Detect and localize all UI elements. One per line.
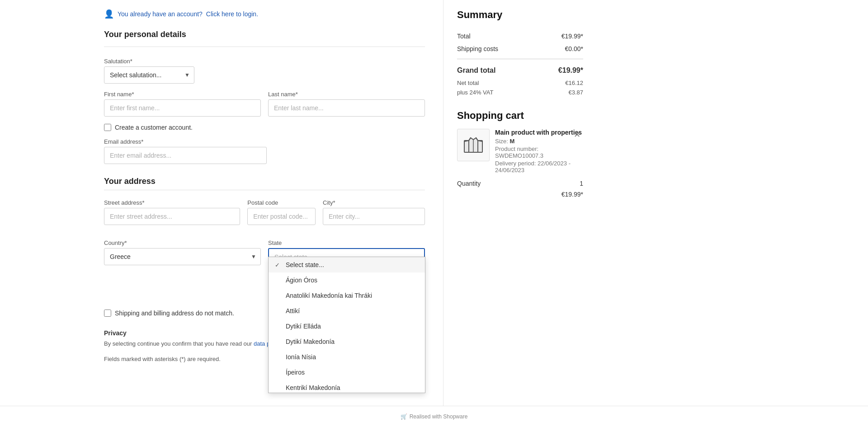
login-link[interactable]: Click here to login. [206, 10, 258, 18]
personal-details-title: Your personal details [104, 30, 425, 39]
state-option-dytiki-ellada[interactable]: Dytikí Elláda [269, 319, 425, 334]
size-label: Size: [495, 138, 508, 145]
delivery-label: Delivery period: [495, 160, 536, 167]
net-total-value: €16.12 [565, 80, 583, 86]
svg-rect-0 [464, 141, 469, 152]
privacy-text-content: By selecting continue you confirm that y… [104, 340, 252, 347]
country-select[interactable]: Greece Germany France [104, 248, 261, 265]
shopware-badge: 🛒 Realised with Shopware [401, 413, 468, 420]
first-name-label: First name* [104, 91, 261, 98]
product-number-value: SWDEMO10007.3 [495, 152, 543, 159]
city-group: City* [323, 199, 425, 225]
state-dropdown: ✓ Select state... Ágion Óros Anatolikí M… [268, 257, 425, 393]
state-group: State Select state... ✓ Select state... [268, 239, 425, 266]
total-value: €19.99* [561, 33, 583, 40]
postal-input[interactable] [247, 208, 316, 225]
billing-diff-checkbox[interactable] [104, 310, 111, 317]
street-group: Street address* [104, 199, 240, 225]
state-option-anatoliki[interactable]: Anatolikí Makedonía kai Thráki [269, 288, 425, 303]
state-option-label-attiki: Attikí [286, 307, 300, 314]
shopware-icon: 🛒 [401, 413, 407, 420]
grand-total-value: €19.99* [558, 66, 583, 75]
last-name-label: Last name* [268, 91, 425, 98]
country-group: Country* Greece Germany France ▼ [104, 239, 261, 265]
quantity-value: 1 [580, 180, 583, 187]
cart-item-product-number: Product number: SWDEMO10007.3 [495, 145, 583, 159]
billing-diff-label: Shipping and billing address do not matc… [115, 310, 234, 317]
shipping-row: Shipping costs €0.00* [457, 42, 583, 55]
postal-group: Postal code [247, 199, 316, 225]
jacket-icon [462, 134, 484, 156]
check-icon-empty5 [275, 338, 282, 345]
cart-item-price: €19.99* [561, 191, 583, 198]
state-option-label-select: Select state... [286, 261, 324, 268]
shopping-cart-title: Shopping cart [457, 110, 583, 122]
check-icon-empty3 [275, 308, 282, 314]
state-option-kentriki[interactable]: Kentrikí Makedonía [269, 380, 425, 393]
state-option-ipeiros[interactable]: Ípeiros [269, 365, 425, 380]
state-option-label-anatoliki: Anatolikí Makedonía kai Thráki [286, 292, 372, 299]
last-name-input[interactable] [268, 99, 425, 117]
state-option-label-ipeiros: Ípeiros [286, 369, 305, 376]
address-section: Your address Street address* Postal code… [104, 177, 425, 317]
address-row: Street address* Postal code City* [104, 199, 425, 232]
net-total-row: Net total €16.12 [457, 78, 583, 88]
create-account-checkbox[interactable] [104, 124, 111, 131]
vat-label: plus 24% VAT [457, 89, 493, 96]
state-option-agion[interactable]: Ágion Óros [269, 272, 425, 288]
check-icon-empty4 [275, 323, 282, 330]
last-name-group: Last name* [268, 91, 425, 117]
cart-quantity-row: Quantity 1 [457, 180, 583, 187]
personal-details-divider [104, 47, 425, 47]
city-label: City* [323, 199, 425, 206]
svg-rect-1 [478, 141, 482, 152]
shopping-cart-section: Shopping cart Main [457, 110, 583, 198]
order-summary: Summary Total €19.99* Shipping costs €0.… [457, 9, 583, 97]
email-label: Email address* [104, 138, 425, 145]
shipping-value: €0.00* [565, 45, 583, 52]
cart-item-image [457, 129, 490, 161]
city-input[interactable] [323, 208, 425, 225]
page-footer: 🛒 Realised with Shopware [0, 406, 868, 427]
order-summary-title: Summary [457, 9, 583, 21]
state-option-attiki[interactable]: Attikí [269, 303, 425, 319]
personal-details-section: Your personal details Salutation* Select… [104, 30, 425, 164]
state-option-dytiki-makedonia[interactable]: Dytikí Makedonía [269, 334, 425, 349]
cart-price-row: €19.99* [457, 191, 583, 198]
cart-item: Main product with properties Size: M Pro… [457, 129, 583, 174]
state-option-label-kentriki: Kentrikí Makedonía [286, 384, 340, 391]
salutation-label: Salutation* [104, 58, 425, 65]
price-divider [457, 59, 583, 59]
check-icon-empty2 [275, 292, 282, 299]
state-option-label-dytiki-makedonia: Dytikí Makedonía [286, 338, 335, 345]
country-label: Country* [104, 239, 261, 246]
address-divider [104, 190, 425, 190]
check-icon-empty6 [275, 354, 282, 361]
vat-value: €3.87 [568, 89, 583, 96]
cart-item-info: Main product with properties Size: M Pro… [495, 129, 583, 174]
salutation-select-wrapper: Select salutation... Mr. Mrs. Ms. Dr. ▼ [104, 66, 194, 84]
remove-item-button[interactable]: ✕ [571, 129, 583, 141]
state-dropdown-scroll[interactable]: ✓ Select state... Ágion Óros Anatolikí M… [269, 257, 425, 393]
first-name-input[interactable] [104, 99, 261, 117]
salutation-select[interactable]: Select salutation... Mr. Mrs. Ms. Dr. [104, 66, 194, 84]
street-input[interactable] [104, 208, 240, 225]
cart-item-delivery: Delivery period: 22/06/2023 - 24/06/2023 [495, 160, 583, 174]
check-icon-empty8 [275, 385, 282, 391]
user-icon: 👤 [104, 9, 114, 19]
country-state-row: Country* Greece Germany France ▼ State [104, 239, 425, 273]
address-title: Your address [104, 177, 425, 186]
state-option-ionia[interactable]: Ionía Nísia [269, 349, 425, 365]
quantity-label: Quantity [457, 180, 481, 187]
state-label: State [268, 239, 425, 246]
email-input[interactable] [104, 147, 267, 164]
email-group: Email address* [104, 138, 425, 164]
state-option-select[interactable]: ✓ Select state... [269, 257, 425, 272]
check-icon-empty [275, 277, 282, 284]
create-account-row: Create a customer account. [104, 124, 425, 131]
create-account-label: Create a customer account. [115, 124, 193, 131]
check-icon: ✓ [275, 262, 282, 268]
state-option-label-ionia: Ionía Nísia [286, 353, 316, 361]
total-label: Total [457, 33, 471, 40]
net-total-label: Net total [457, 80, 479, 86]
